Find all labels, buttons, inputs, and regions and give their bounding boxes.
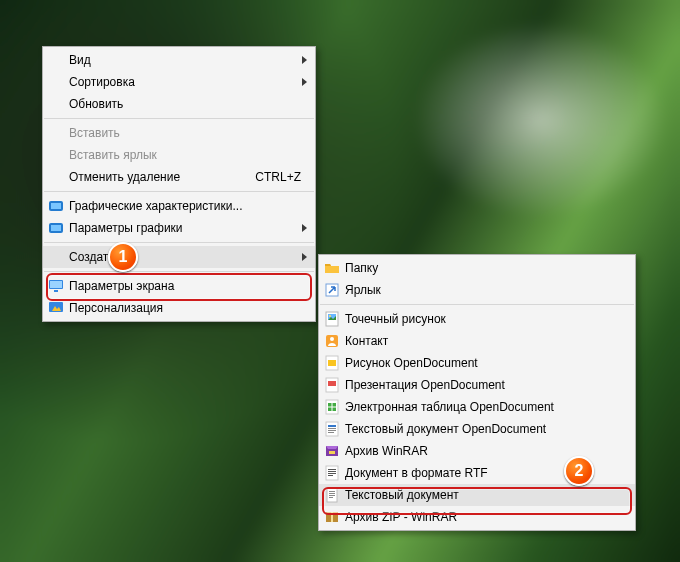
context-menu-create-submenu: ПапкуЯрлыкТочечный рисунокКонтактРисунок…: [318, 254, 636, 531]
svg-point-11: [329, 315, 331, 317]
menu-item-label: Точечный рисунок: [345, 308, 621, 330]
menu-item-label: Отменить удаление: [69, 166, 231, 188]
submenu-separator: [320, 304, 634, 305]
menu-item-label: Презентация OpenDocument: [345, 374, 621, 396]
zip-icon: [319, 509, 345, 525]
submenu-item-папку[interactable]: Папку: [319, 257, 635, 279]
ctx-separator: [44, 118, 314, 119]
menu-item-label: Ярлык: [345, 279, 621, 301]
menu-item-label: Текстовый документ OpenDocument: [345, 418, 621, 440]
svg-rect-27: [328, 469, 336, 470]
submenu-item-текстовый-документ-opendocument[interactable]: Текстовый документ OpenDocument: [319, 418, 635, 440]
svg-rect-17: [328, 381, 336, 386]
menu-item-label: Рисунок OpenDocument: [345, 352, 621, 374]
svg-rect-15: [328, 360, 336, 366]
ctx-separator: [44, 191, 314, 192]
svg-rect-30: [328, 475, 333, 476]
svg-rect-21: [328, 425, 336, 427]
rar-icon: [319, 443, 345, 459]
context-menu-primary: ВидСортировкаОбновитьВставитьВставить яр…: [42, 46, 316, 322]
menu-item-label: Обновить: [69, 93, 301, 115]
odt-icon: [319, 421, 345, 437]
menu-item-label: Вид: [69, 49, 301, 71]
ctx-item-параметры-экрана[interactable]: Параметры экрана: [43, 275, 315, 297]
ctx-separator: [44, 271, 314, 272]
menu-item-hotkey: CTRL+Z: [231, 166, 301, 188]
svg-point-13: [330, 337, 334, 341]
submenu-item-точечный-рисунок[interactable]: Точечный рисунок: [319, 308, 635, 330]
txt-icon: [319, 487, 345, 503]
svg-rect-28: [328, 471, 336, 472]
menu-item-label: Параметры графики: [69, 217, 301, 239]
menu-item-label: Контакт: [345, 330, 621, 352]
svg-rect-34: [329, 495, 335, 496]
ctx-separator: [44, 242, 314, 243]
ctx-item-графические-характеристики[interactable]: Графические характеристики...: [43, 195, 315, 217]
badge-2: 2: [564, 456, 594, 486]
badge-1: 1: [108, 242, 138, 272]
ctx-item-вставить: Вставить: [43, 122, 315, 144]
svg-rect-22: [328, 428, 336, 429]
menu-item-label: Папку: [345, 257, 621, 279]
shortcut-icon: [319, 282, 345, 298]
menu-item-label: Сортировка: [69, 71, 301, 93]
ctx-item-вставить-ярлык: Вставить ярлык: [43, 144, 315, 166]
menu-item-label: Вставить ярлык: [69, 144, 301, 166]
svg-rect-36: [331, 512, 333, 522]
submenu-item-электронная-таблица-opendocument[interactable]: Электронная таблица OpenDocument: [319, 396, 635, 418]
svg-rect-5: [50, 281, 62, 288]
personalize-icon: [43, 300, 69, 316]
desktop-background: ВидСортировкаОбновитьВставитьВставить яр…: [0, 0, 680, 562]
ctx-item-создать[interactable]: Создать: [43, 246, 315, 268]
svg-rect-1: [51, 203, 61, 209]
bmp-icon: [319, 311, 345, 327]
ods-icon: [319, 399, 345, 415]
menu-item-label: Вставить: [69, 122, 301, 144]
menu-item-label: Электронная таблица OpenDocument: [345, 396, 621, 418]
ctx-item-персонализация[interactable]: Персонализация: [43, 297, 315, 319]
svg-rect-23: [328, 430, 336, 431]
svg-rect-6: [54, 290, 58, 292]
intel-icon: [43, 220, 69, 236]
ctx-item-сортировка[interactable]: Сортировка: [43, 71, 315, 93]
folder-icon: [319, 260, 345, 276]
submenu-item-контакт[interactable]: Контакт: [319, 330, 635, 352]
odp-icon: [319, 377, 345, 393]
menu-item-label: Создать: [69, 246, 301, 268]
submenu-item-текстовый-документ[interactable]: Текстовый документ: [319, 484, 635, 506]
svg-rect-32: [329, 491, 335, 492]
menu-item-label: Параметры экрана: [69, 275, 301, 297]
ctx-item-отменить-удаление[interactable]: Отменить удалениеCTRL+Z: [43, 166, 315, 188]
svg-rect-29: [328, 473, 336, 474]
intel-icon: [43, 198, 69, 214]
menu-item-label: Текстовый документ: [345, 484, 621, 506]
ctx-item-параметры-графики[interactable]: Параметры графики: [43, 217, 315, 239]
menu-item-label: Архив ZIP - WinRAR: [345, 506, 621, 528]
contact-icon: [319, 333, 345, 349]
ctx-item-вид[interactable]: Вид: [43, 49, 315, 71]
submenu-item-рисунок-opendocument[interactable]: Рисунок OpenDocument: [319, 352, 635, 374]
svg-rect-24: [328, 432, 334, 433]
ctx-item-обновить[interactable]: Обновить: [43, 93, 315, 115]
submenu-item-архив-zip-winrar[interactable]: Архив ZIP - WinRAR: [319, 506, 635, 528]
submenu-item-презентация-opendocument[interactable]: Презентация OpenDocument: [319, 374, 635, 396]
menu-item-label: Графические характеристики...: [69, 195, 301, 217]
svg-rect-3: [51, 225, 61, 231]
rtf-icon: [319, 465, 345, 481]
odg-icon: [319, 355, 345, 371]
svg-rect-25: [329, 451, 335, 454]
display-icon: [43, 278, 69, 294]
svg-rect-35: [329, 497, 333, 498]
menu-item-label: Персонализация: [69, 297, 301, 319]
submenu-item-ярлык[interactable]: Ярлык: [319, 279, 635, 301]
svg-rect-33: [329, 493, 335, 494]
